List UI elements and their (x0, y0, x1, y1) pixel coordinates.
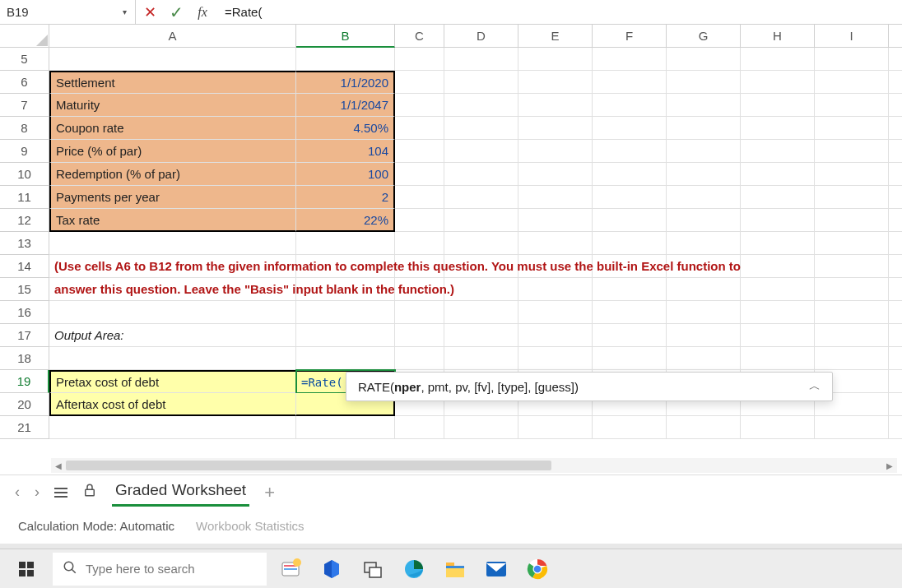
cell-G5[interactable] (667, 48, 741, 71)
cell-C18[interactable] (395, 347, 444, 370)
cell-E21[interactable] (518, 416, 593, 439)
chevron-down-icon[interactable]: ▾ (123, 7, 127, 16)
cell-J11[interactable] (889, 186, 902, 209)
col-header-B[interactable]: B (296, 25, 395, 48)
cell-I16[interactable] (815, 301, 889, 324)
cell-B9[interactable]: 104 (296, 140, 395, 163)
cell-E16[interactable] (518, 301, 593, 324)
select-all-corner[interactable] (0, 25, 49, 48)
cell-F9[interactable] (593, 140, 667, 163)
tab-prev-icon[interactable]: ‹ (15, 484, 20, 501)
cell-G18[interactable] (667, 347, 741, 370)
cell-G16[interactable] (667, 301, 741, 324)
cell-E7[interactable] (518, 94, 593, 117)
cell-B7[interactable]: 1/1/2047 (296, 94, 395, 117)
row-header-7[interactable]: 7 (0, 94, 49, 117)
cell-B5[interactable] (296, 48, 395, 71)
row-header-8[interactable]: 8 (0, 117, 49, 140)
taskbar-task-view-icon[interactable] (356, 553, 390, 586)
cell-F11[interactable] (593, 186, 667, 209)
cell-A10[interactable]: Redemption (% of par) (49, 163, 296, 186)
cell-C7[interactable] (395, 94, 444, 117)
cell-C11[interactable] (395, 186, 444, 209)
scroll-track[interactable] (66, 461, 882, 470)
scroll-thumb[interactable] (66, 461, 551, 470)
cell-A16[interactable] (49, 301, 296, 324)
col-header-A[interactable]: A (49, 25, 296, 48)
cell-J5[interactable] (889, 48, 902, 71)
cell-E17[interactable] (518, 324, 593, 347)
cell-J10[interactable] (889, 163, 902, 186)
row-header-19[interactable]: 19 (0, 370, 49, 393)
cell-D7[interactable] (444, 94, 518, 117)
cell-J15[interactable] (889, 278, 902, 301)
cell-J16[interactable] (889, 301, 902, 324)
row-header-13[interactable]: 13 (0, 232, 49, 255)
cell-D8[interactable] (444, 117, 518, 140)
cell-I5[interactable] (815, 48, 889, 71)
cell-I8[interactable] (815, 117, 889, 140)
cell-J13[interactable] (889, 232, 902, 255)
cell-I12[interactable] (815, 209, 889, 232)
cell-D9[interactable] (444, 140, 518, 163)
cell-F13[interactable] (593, 232, 667, 255)
row-header-11[interactable]: 11 (0, 186, 49, 209)
cell-D21[interactable] (444, 416, 518, 439)
cell-C16[interactable] (395, 301, 444, 324)
cell-H12[interactable] (741, 209, 815, 232)
cell-B8[interactable]: 4.50% (296, 117, 395, 140)
cell-D11[interactable] (444, 186, 518, 209)
cell-C5[interactable] (395, 48, 444, 71)
cell-A5[interactable] (49, 48, 296, 71)
cell-J18[interactable] (889, 347, 902, 370)
name-box[interactable]: B19 ▾ (0, 0, 136, 24)
row-header-5[interactable]: 5 (0, 48, 49, 71)
cell-E8[interactable] (518, 117, 593, 140)
cell-E11[interactable] (518, 186, 593, 209)
sheet-tab-active[interactable]: Graded Worksheet (112, 478, 249, 507)
row-header-15[interactable]: 15 (0, 278, 49, 301)
taskbar-edge-icon[interactable] (397, 553, 431, 586)
cell-H9[interactable] (741, 140, 815, 163)
tab-next-icon[interactable]: › (35, 484, 40, 501)
row-header-21[interactable]: 21 (0, 416, 49, 439)
cell-I11[interactable] (815, 186, 889, 209)
fx-icon[interactable]: fx (193, 5, 212, 20)
cell-A6[interactable]: Settlement (49, 71, 296, 94)
cell-A14[interactable]: (Use cells A6 to B12 from the given info… (49, 255, 296, 278)
col-header-H[interactable]: H (741, 25, 815, 48)
cell-J14[interactable] (889, 255, 902, 278)
cell-I15[interactable] (815, 278, 889, 301)
cell-F17[interactable] (593, 324, 667, 347)
cell-F12[interactable] (593, 209, 667, 232)
cell-H17[interactable] (741, 324, 815, 347)
cell-H18[interactable] (741, 347, 815, 370)
cell-A11[interactable]: Payments per year (49, 186, 296, 209)
cell-C17[interactable] (395, 324, 444, 347)
cell-A9[interactable]: Price (% of par) (49, 140, 296, 163)
cell-F6[interactable] (593, 71, 667, 94)
cell-A18[interactable] (49, 347, 296, 370)
function-tooltip[interactable]: RATE(nper, pmt, pv, [fv], [type], [guess… (346, 372, 833, 401)
cell-F7[interactable] (593, 94, 667, 117)
cell-G11[interactable] (667, 186, 741, 209)
cell-D6[interactable] (444, 71, 518, 94)
cell-D16[interactable] (444, 301, 518, 324)
cell-F8[interactable] (593, 117, 667, 140)
cell-I6[interactable] (815, 71, 889, 94)
all-sheets-icon[interactable] (54, 488, 67, 498)
cell-J21[interactable] (889, 416, 902, 439)
cell-G6[interactable] (667, 71, 741, 94)
formula-input[interactable]: =Rate( (216, 5, 902, 19)
cell-G21[interactable] (667, 416, 741, 439)
cell-H7[interactable] (741, 94, 815, 117)
cell-B13[interactable] (296, 232, 395, 255)
row-header-16[interactable]: 16 (0, 301, 49, 324)
cell-B11[interactable]: 2 (296, 186, 395, 209)
horizontal-scrollbar[interactable]: ◀ ▶ (51, 458, 897, 473)
cell-F5[interactable] (593, 48, 667, 71)
cell-F16[interactable] (593, 301, 667, 324)
row-header-20[interactable]: 20 (0, 393, 49, 416)
cell-H10[interactable] (741, 163, 815, 186)
cell-A19[interactable]: Pretax cost of debt (49, 370, 296, 393)
